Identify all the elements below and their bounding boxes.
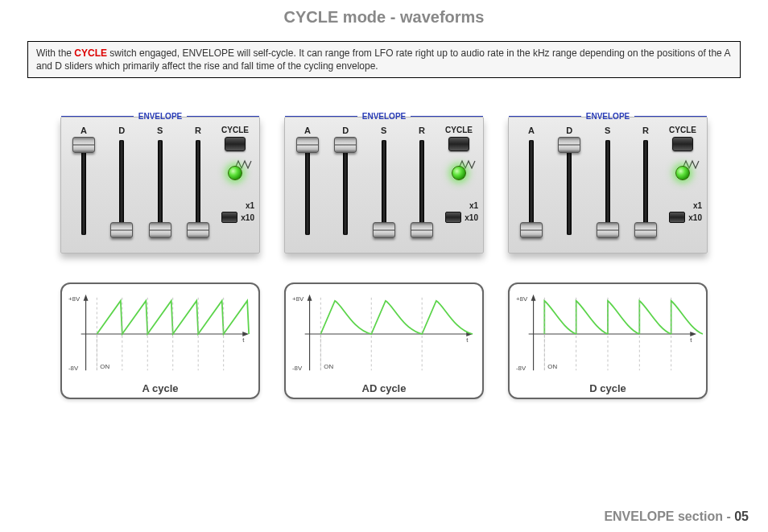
waveform-plot-2: +8V -8V t ON D cycle [508,282,708,399]
x1-label: x1 [246,201,254,210]
slider-col-r: R [182,126,214,246]
description-rest: switch engaged, ENVELOPE will self-cycle… [36,47,730,72]
svg-text:-8V: -8V [292,365,303,373]
svg-marker-1 [84,295,89,301]
svg-marker-16 [308,295,312,301]
slider-label-r: R [419,126,425,137]
cycle-switch[interactable] [225,137,246,151]
svg-text:ON: ON [100,364,109,371]
svg-text:ON: ON [547,364,557,371]
x10-label: x10 [241,213,254,222]
envelope-panel-1: ENVELOPE A D S R CYCLE [284,117,484,254]
slider-col-a: A [68,126,100,246]
slider-d[interactable] [329,140,361,235]
description-prefix: With the [36,47,74,59]
control-column: CYCLE x1 x10 [440,126,478,223]
svg-text:-8V: -8V [68,365,79,373]
slider-label-a: A [304,126,311,137]
waveform-plot-0: +8V -8V t ON A cycle [60,282,260,399]
svg-text:t: t [242,336,245,344]
svg-text:t: t [466,336,469,344]
slider-s[interactable] [592,140,624,235]
slider-col-s: S [592,126,624,246]
description-keyword: CYCLE [74,47,107,59]
slider-label-r: R [195,126,201,137]
envelope-panel-2: ENVELOPE A D S R CYCLE [508,117,708,254]
envelope-legend: ENVELOPE [61,112,259,121]
envelope-legend: ENVELOPE [285,112,483,121]
slider-d[interactable] [105,140,138,235]
svg-text:ON: ON [324,364,333,371]
slider-col-s: S [144,126,176,246]
slider-col-s: S [368,126,400,246]
slider-label-s: S [381,126,386,137]
slider-col-d: D [329,126,361,246]
slider-label-a: A [528,126,535,137]
slider-label-s: S [605,126,610,137]
cycle-led [452,166,466,180]
slider-s[interactable] [368,140,400,235]
description-box: With the CYCLE switch engaged, ENVELOPE … [27,41,741,78]
x10-label: x10 [465,213,478,222]
svg-text:t: t [690,336,692,344]
slider-col-r: R [406,126,438,246]
slider-col-d: D [553,126,585,246]
svg-text:+8V: +8V [68,295,81,303]
cycle-label: CYCLE [445,126,473,134]
multiplier-switch[interactable] [669,212,685,223]
slider-label-d: D [118,126,125,137]
slider-r[interactable] [182,140,214,235]
slider-col-a: A [515,126,547,246]
slider-label-d: D [566,126,572,137]
envelope-legend: ENVELOPE [509,112,707,121]
plot-caption-0: A cycle [65,379,255,394]
page-footer: ENVELOPE section - 05 [604,509,749,524]
footer-section: ENVELOPE section - [604,509,734,523]
slider-s[interactable] [144,140,176,235]
footer-page-number: 05 [734,509,749,523]
control-column: CYCLE x1 x10 [216,126,254,223]
cycle-led [675,166,690,180]
slider-a[interactable] [515,140,547,235]
slider-r[interactable] [406,140,438,235]
slider-label-s: S [157,126,163,137]
plot-caption-1: AD cycle [289,379,479,394]
cycle-switch[interactable] [672,137,693,151]
slider-label-a: A [81,126,87,137]
x10-label: x10 [688,213,702,222]
svg-marker-28 [531,295,536,301]
page-title: CYCLE mode - waveforms [0,0,768,41]
slider-col-r: R [630,126,662,246]
x1-label: x1 [469,201,478,210]
cycle-label: CYCLE [221,126,249,134]
cycle-led [228,166,242,180]
cycle-label: CYCLE [669,126,696,134]
svg-text:-8V: -8V [516,365,526,373]
slider-r[interactable] [630,140,662,235]
envelope-panel-0: ENVELOPE A D S R CYCLE [60,117,260,254]
slider-a[interactable] [68,140,100,235]
plot-caption-2: D cycle [513,379,703,394]
slider-a[interactable] [291,140,324,235]
slider-label-r: R [642,126,649,137]
waveform-plot-1: +8V -8V t ON AD cycle [284,282,484,399]
multiplier-switch[interactable] [221,212,237,223]
control-column: CYCLE x1 x10 [663,126,702,223]
x1-label: x1 [693,201,702,210]
svg-text:+8V: +8V [516,295,528,303]
slider-col-d: D [105,126,138,246]
cycle-switch[interactable] [448,137,469,151]
svg-text:+8V: +8V [292,295,304,303]
slider-label-d: D [342,126,349,137]
multiplier-switch[interactable] [445,212,461,223]
slider-col-a: A [291,126,324,246]
slider-d[interactable] [553,140,585,235]
